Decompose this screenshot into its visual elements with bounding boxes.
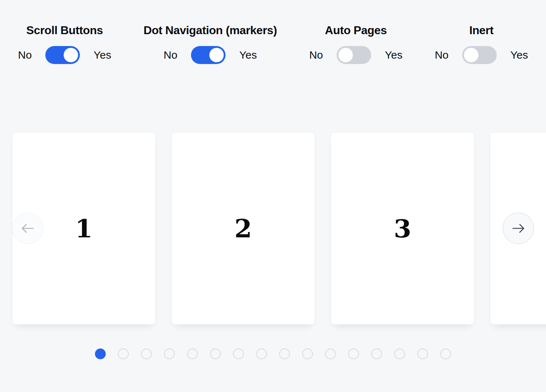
dot-marker-5[interactable] <box>187 348 198 359</box>
toggle-switch-scroll-buttons[interactable] <box>45 46 80 64</box>
toggle-row: No Yes <box>164 46 257 64</box>
toggle-switch-inert[interactable] <box>462 46 497 64</box>
carousel-slide-2[interactable]: 2 <box>171 132 315 325</box>
control-title: Inert <box>469 23 493 37</box>
arrow-left-icon <box>21 223 35 234</box>
slide-number: 2 <box>235 214 252 243</box>
dot-marker-11[interactable] <box>325 348 336 359</box>
scroll-prev-button[interactable] <box>12 213 44 244</box>
dot-marker-8[interactable] <box>256 348 267 359</box>
dot-marker-14[interactable] <box>394 348 405 359</box>
control-group-dot-navigation-markers: Dot Navigation (markers) No Yes <box>144 23 277 64</box>
dot-marker-2[interactable] <box>118 348 129 359</box>
carousel-slide-3[interactable]: 3 <box>331 132 474 325</box>
toggle-row: No Yes <box>18 46 111 64</box>
toggle-no-label: No <box>164 49 177 61</box>
toggle-no-label: No <box>309 49 323 61</box>
control-group-inert: Inert No Yes <box>435 23 528 64</box>
carousel-track[interactable]: 1 2 3 4 <box>12 132 546 325</box>
toggle-no-label: No <box>18 49 32 61</box>
toggle-no-label: No <box>435 49 449 61</box>
dot-marker-9[interactable] <box>279 348 290 359</box>
control-group-scroll-buttons: Scroll Buttons No Yes <box>18 23 111 64</box>
toggle-yes-label: Yes <box>510 49 528 61</box>
toggle-row: No Yes <box>435 46 528 64</box>
dot-marker-16[interactable] <box>440 348 451 359</box>
carousel-settings-bar: Scroll Buttons No Yes Dot Navigation (ma… <box>0 0 546 64</box>
dot-marker-1[interactable] <box>95 348 106 359</box>
control-title: Scroll Buttons <box>26 23 103 37</box>
dot-marker-15[interactable] <box>417 348 428 359</box>
toggle-row: No Yes <box>309 46 402 64</box>
toggle-knob-icon <box>209 48 224 62</box>
toggle-switch-auto-pages[interactable] <box>337 46 371 64</box>
toggle-knob-icon <box>464 48 478 62</box>
toggle-switch-dot-navigation-markers[interactable] <box>191 46 226 64</box>
dot-marker-7[interactable] <box>233 348 244 359</box>
scroll-next-button[interactable] <box>502 213 534 244</box>
control-title: Dot Navigation (markers) <box>144 23 277 37</box>
toggle-yes-label: Yes <box>239 49 257 61</box>
toggle-knob-icon <box>64 48 78 62</box>
toggle-knob-icon <box>338 48 353 62</box>
toggle-yes-label: Yes <box>94 49 111 61</box>
control-group-auto-pages: Auto Pages No Yes <box>309 23 402 64</box>
dot-marker-10[interactable] <box>302 348 313 359</box>
arrow-right-icon <box>511 223 525 234</box>
dot-marker-12[interactable] <box>348 348 359 359</box>
dot-marker-4[interactable] <box>164 348 175 359</box>
dot-marker-13[interactable] <box>371 348 382 359</box>
dot-marker-6[interactable] <box>210 348 221 359</box>
dot-marker-3[interactable] <box>141 348 152 359</box>
control-title: Auto Pages <box>325 23 387 37</box>
slide-number: 1 <box>75 214 93 243</box>
dot-navigation <box>0 348 546 359</box>
toggle-yes-label: Yes <box>385 49 402 61</box>
slide-number: 3 <box>394 214 411 243</box>
